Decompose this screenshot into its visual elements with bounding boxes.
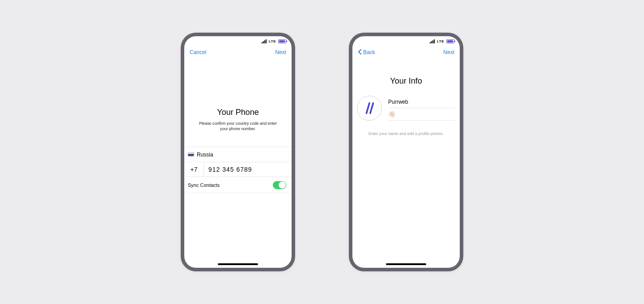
phone-input[interactable] [204,162,292,177]
network-label: LTE [437,39,444,43]
first-name-input[interactable] [388,96,455,108]
phone-row: +7 [184,162,292,177]
signal-icon [262,39,267,43]
helper-text: Enter your name and add a profile pictur… [352,131,460,136]
back-button[interactable]: Back [358,49,375,56]
chevron-left-icon [358,49,362,56]
home-indicator[interactable] [386,263,426,265]
name-fields: 👋🏻 [388,96,455,121]
country-code[interactable]: +7 [184,162,204,177]
page-subtitle: Please confirm your country code and ent… [184,121,292,131]
sync-contacts-row: Sync Contacts [184,177,292,193]
country-name: Russia [197,152,213,158]
battery-icon [446,39,454,43]
nav-bar: Cancel Next [184,46,292,59]
screen: LTE Cancel Next Your Phone Please confir… [184,36,292,268]
sync-toggle[interactable] [273,181,286,189]
status-bar: LTE [352,36,460,46]
profile-row: 👋🏻 [352,96,460,121]
page-title: Your Phone [184,108,292,117]
phone-mock-left: LTE Cancel Next Your Phone Please confir… [181,33,295,271]
phone-mock-right: LTE Back Next Your Info [349,33,463,271]
status-bar: LTE [184,36,292,46]
flag-icon [188,152,194,156]
content-area: Your Phone Please confirm your country c… [184,59,292,268]
avatar-slashes-icon [363,101,376,115]
signal-icon [430,39,435,43]
next-button[interactable]: Next [443,49,454,55]
next-button[interactable]: Next [275,49,286,55]
battery-icon [278,39,286,43]
last-name-input[interactable]: 👋🏻 [388,108,455,121]
sync-label: Sync Contacts [188,182,220,188]
avatar-placeholder[interactable] [357,96,382,121]
phone-field-group: Russia +7 [184,147,292,177]
country-row[interactable]: Russia [184,147,292,162]
cancel-button[interactable]: Cancel [190,49,206,55]
content-area: Your Info 👋🏻 Enter your name and add a p… [352,59,460,268]
page-title: Your Info [352,76,460,86]
back-label: Back [363,49,375,55]
network-label: LTE [269,39,276,43]
nav-bar: Back Next [352,46,460,59]
home-indicator[interactable] [218,263,258,265]
screen: LTE Back Next Your Info [352,36,460,268]
